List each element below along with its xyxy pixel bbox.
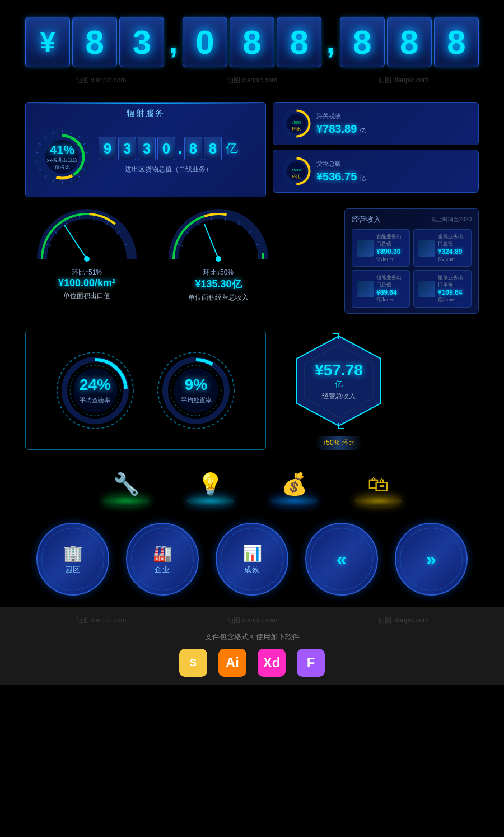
radiation-sublabel: xx省进出口总值占比 [47, 157, 77, 170]
check-panel: 24% 平均查验率 9% 平均处置率 [25, 331, 266, 450]
check-circle-1: 24% 平均查验率 [53, 348, 137, 433]
customs-value: ¥783.89 [316, 123, 357, 135]
platform-ellipse-0 [102, 496, 150, 506]
nav-circle-prev[interactable]: « [305, 523, 378, 596]
bp-unit-0: 亿/km㎡ [376, 255, 405, 263]
radiation-panel: 辐射服务 [25, 102, 266, 197]
check1-label: 平均查验率 [80, 396, 111, 404]
bp-val-1: ¥324.89 [438, 248, 466, 255]
bp-thumb-0 [357, 240, 374, 257]
icon-platform-2: 💰 [269, 467, 319, 506]
hex-change-label: 环比 [342, 439, 355, 447]
rad-dot: . [177, 137, 183, 160]
radiation-title: 辐射服务 [26, 103, 265, 123]
bp-label-0: 食品业务出口总值 [376, 233, 405, 248]
nav-arrow-next: » [426, 549, 436, 570]
icon-bag: 🛍 [367, 472, 389, 496]
radiation-gauge: 41% xx省进出口总值占比 [31, 126, 93, 188]
bp-val-2: ¥89.64 [376, 289, 405, 296]
footer-watermark-3: 仙图 xianpic.com [378, 616, 429, 625]
figma-letter: F [307, 655, 315, 671]
platform-ellipse-1 [186, 496, 234, 506]
bp-unit-1: 亿/km㎡ [438, 255, 466, 263]
bp-grid: 食品业务出口总值 ¥890.30 亿/km㎡ 金属业务出口总值 ¥324.89 … [352, 229, 472, 308]
bp-info-3: 植修业务出口单价 ¥109.64 亿/km㎡ [438, 274, 466, 304]
nav-label-enterprise: 企业 [155, 565, 170, 575]
icon-money: 💰 [281, 472, 307, 496]
goods-info: 货物总额 ¥536.75 亿 [316, 160, 470, 183]
nav-icon-enterprise: 🏭 [153, 544, 172, 562]
bp-info-0: 食品业务出口总值 ¥890.30 亿/km㎡ [376, 233, 405, 263]
nav-label-results: 成效 [244, 565, 260, 575]
customs-gauge: ↑50% 环比 [281, 108, 312, 139]
nav-circle-results[interactable]: 📊 成效 [216, 523, 288, 596]
customs-unit: 亿 [360, 127, 366, 134]
customs-title: 海关税收 [316, 112, 470, 120]
nav-circle-next[interactable]: » [395, 523, 468, 596]
radiation-percent: 41% [47, 143, 77, 157]
speed2-change: 环比↓50% [188, 268, 249, 277]
bp-item-2: 植修业务出口总值 ¥89.64 亿/km㎡ [352, 270, 410, 308]
goods-arrow: ↑50% [292, 168, 302, 171]
hex-label: 经营总收入 [315, 392, 363, 401]
ai-letter: Ai [226, 655, 239, 671]
counter-d1: 8 [72, 17, 117, 67]
goods-card: ↑50% 环比 货物总额 ¥536.75 亿 [273, 150, 479, 193]
hexagon-outer: ¥57.78 亿 经营总收入 [288, 331, 389, 431]
goods-gauge: ↑50% 环比 [281, 156, 312, 187]
hex-value: ¥57.78 [315, 361, 363, 379]
bp-thumb-3 [418, 281, 435, 297]
counter-watermarks: 仙图 xianpic.com 仙图 xianpic.com 仙图 xianpic… [0, 73, 504, 96]
sketch-letter: S [190, 657, 197, 669]
check1-percent: 24% [80, 376, 111, 394]
rad-unit: 亿 [226, 140, 238, 157]
customs-arrow: ↑50% [292, 120, 302, 124]
icon-bulb: 💡 [197, 472, 223, 496]
svg-line-47 [204, 224, 218, 259]
rad-d3: 3 [138, 137, 156, 160]
footer-icons: S Ai Xd F [179, 649, 325, 677]
speed2-info: 环比↓50% ¥135.30亿 单位面积经营总收入 [188, 268, 249, 303]
check-section: 24% 平均查验率 9% 平均处置率 [0, 319, 504, 455]
icon-platform-0: 🔧 [101, 467, 151, 506]
footer-icon-sketch: S [179, 649, 207, 677]
bp-info-1: 金属业务出口总值 ¥324.89 亿/km㎡ [438, 233, 466, 263]
gauges-section: 环比↑51% ¥100.00/km² 单位面积出口值 [0, 203, 504, 319]
speed2-value: ¥135.30亿 [188, 277, 249, 291]
rad-d5: 8 [184, 137, 202, 160]
hex-unit: 亿 [315, 379, 363, 389]
nav-circle-enterprise[interactable]: 🏭 企业 [126, 523, 199, 596]
nav-label-park: 园区 [65, 565, 81, 575]
counter-comma2: , [324, 17, 337, 67]
bp-info-2: 植修业务出口总值 ¥89.64 亿/km㎡ [376, 274, 405, 304]
counter-comma1: , [166, 17, 180, 67]
counter-d7: 8 [387, 17, 432, 67]
bp-item-3: 植修业务出口单价 ¥109.64 亿/km㎡ [413, 270, 472, 308]
check-circle-2: 9% 平均处置率 [154, 348, 238, 433]
bp-label-3: 植修业务出口单价 [438, 274, 466, 289]
speed1-label: 单位面积出口值 [58, 291, 115, 301]
svg-line-37 [64, 225, 87, 259]
customs-compare: 环比 [292, 125, 302, 132]
bp-item-1: 金属业务出口总值 ¥324.89 亿/km㎡ [413, 229, 472, 267]
icon-platform-1: 💡 [185, 467, 235, 506]
nav-circle-park[interactable]: 🏢 园区 [36, 523, 109, 596]
footer-icon-figma: F [297, 649, 325, 677]
footer-watermark-2: 仙图 xianpic.com [227, 616, 278, 625]
speed-gauge-2: 环比↓50% ¥135.30亿 单位面积经营总收入 [157, 208, 280, 303]
goods-title: 货物总额 [316, 160, 470, 168]
customs-card: ↑50% 环比 海关税收 ¥783.89 亿 [273, 102, 479, 145]
watermark-1: 仙图 xianpic.com [76, 76, 127, 85]
speed-gauge-1-visual [36, 208, 137, 264]
speed-gauge-2-visual [168, 208, 269, 264]
svg-point-38 [84, 256, 90, 262]
icons-row: 🔧 💡 💰 🛍 [0, 455, 504, 512]
bp-unit-3: 亿/km㎡ [438, 296, 466, 304]
nav-icon-park: 🏢 [63, 544, 83, 562]
bp-item-0: 食品业务出口总值 ¥890.30 亿/km㎡ [352, 229, 410, 267]
goods-unit: 亿 [360, 175, 366, 182]
watermark-3: 仙图 xianpic.com [378, 76, 429, 85]
right-panels: ↑50% 环比 海关税收 ¥783.89 亿 [273, 102, 479, 197]
footer-icon-ai: Ai [218, 649, 246, 677]
check2-percent: 9% [181, 376, 212, 394]
